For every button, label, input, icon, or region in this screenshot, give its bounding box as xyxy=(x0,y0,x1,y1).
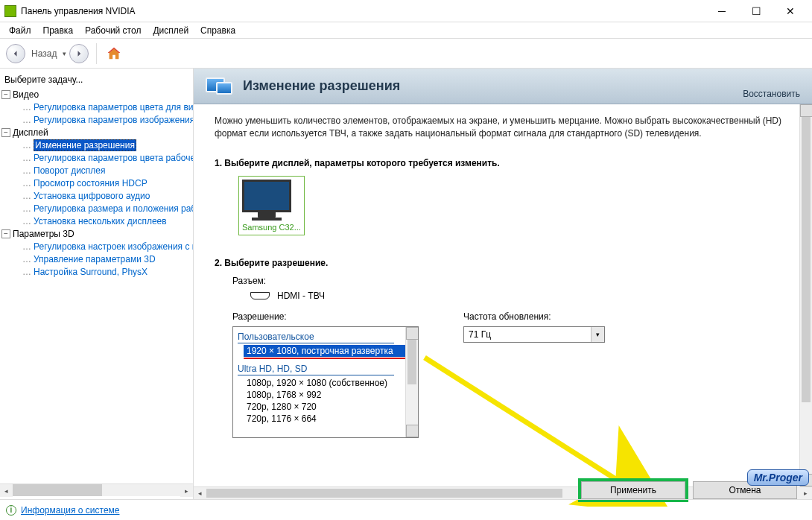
statusbar: i Информация о системе xyxy=(0,499,812,520)
resolution-listbox[interactable]: Пользовательское 1920 × 1080, построчная… xyxy=(232,326,419,438)
annotation-underline xyxy=(244,358,413,359)
apply-button[interactable]: Применить xyxy=(581,481,685,499)
resolution-item-selected[interactable]: 1920 × 1080, построчная развертка xyxy=(244,345,413,357)
expand-icon[interactable]: − xyxy=(1,229,10,238)
maximize-button[interactable]: ☐ xyxy=(739,0,773,22)
monitors-icon xyxy=(206,74,235,98)
resolution-item[interactable]: 720p, 1176 × 664 xyxy=(233,413,418,425)
content-pane: Изменение разрешения Восстановить Можно … xyxy=(194,69,812,499)
refresh-combobox[interactable]: 71 Гц ▾ xyxy=(463,326,605,343)
scroll-thumb[interactable] xyxy=(13,484,102,496)
resolution-label: Разрешение: xyxy=(232,311,419,322)
connector-label: Разъем: xyxy=(232,276,791,286)
task-tree: −Видео …Регулировка параметров цвета для… xyxy=(0,88,193,483)
scroll-thumb[interactable] xyxy=(802,117,811,402)
scroll-thumb[interactable] xyxy=(206,489,562,498)
back-button[interactable] xyxy=(6,44,25,63)
display-name: Samsung C32... xyxy=(242,223,301,232)
menubar: Файл Правка Рабочий стол Дисплей Справка xyxy=(0,22,812,39)
tree-group-display[interactable]: Дисплей xyxy=(13,127,48,138)
scroll-right-icon[interactable]: ▸ xyxy=(180,484,193,497)
nav-toolbar: Назад ▾ xyxy=(0,39,812,69)
nvidia-icon xyxy=(4,5,16,17)
resolution-item[interactable]: 1080p, 1768 × 992 xyxy=(233,389,418,401)
separator xyxy=(96,43,97,64)
refresh-value: 71 Гц xyxy=(469,329,491,340)
sidebar-header: Выберите задачу... xyxy=(0,72,193,88)
tree-item[interactable]: Регулировка параметров изображения д xyxy=(34,115,193,125)
tree-item[interactable]: Управление параметрами 3D xyxy=(34,254,156,264)
arrow-right-icon xyxy=(74,49,83,58)
sidebar-hscroll[interactable]: ◂ ▸ xyxy=(0,483,193,496)
minimize-button[interactable]: ─ xyxy=(705,0,739,22)
scroll-up-icon[interactable]: ▲ xyxy=(800,104,812,117)
menu-display[interactable]: Дисплей xyxy=(147,24,194,37)
expand-icon[interactable]: − xyxy=(1,128,10,137)
tree-item[interactable]: Установка цифрового аудио xyxy=(34,191,150,201)
home-icon xyxy=(106,45,122,62)
window-title: Панель управления NVIDIA xyxy=(21,6,705,16)
resolution-group-hd: Ultra HD, HD, SD xyxy=(233,362,418,377)
back-label: Назад xyxy=(31,48,57,59)
content-vscroll[interactable]: ▲ ▼ xyxy=(799,104,812,486)
scroll-right-icon[interactable]: ▸ xyxy=(799,487,812,499)
hdmi-icon xyxy=(250,292,270,299)
home-button[interactable] xyxy=(104,44,124,63)
resolution-item[interactable]: 1080p, 1920 × 1080 (собственное) xyxy=(233,377,418,389)
step2-label: 2. Выберите разрешение. xyxy=(215,258,791,268)
arrow-left-icon xyxy=(11,49,20,58)
scroll-up-icon[interactable]: ▲ xyxy=(406,327,419,340)
scroll-thumb[interactable] xyxy=(407,340,416,384)
menu-help[interactable]: Справка xyxy=(194,24,241,37)
tree-item[interactable]: Регулировка настроек изображения с пр xyxy=(34,241,193,252)
page-header: Изменение разрешения Восстановить xyxy=(194,69,812,104)
tree-item[interactable]: Регулировка параметров цвета для вид xyxy=(34,102,193,112)
info-icon: i xyxy=(6,505,16,516)
sidebar: Выберите задачу... −Видео …Регулировка п… xyxy=(0,69,194,499)
watermark: Mr.Proger xyxy=(747,469,809,486)
tree-group-3d[interactable]: Параметры 3D xyxy=(13,229,74,239)
forward-button[interactable] xyxy=(69,44,89,63)
tree-item[interactable]: Установка нескольких дисплеев xyxy=(34,216,167,226)
dropdown-icon[interactable]: ▾ xyxy=(63,50,66,57)
tree-item[interactable]: Регулировка размера и положения рабо xyxy=(34,203,193,214)
restore-link[interactable]: Восстановить xyxy=(743,89,800,99)
tree-item[interactable]: Поворот дисплея xyxy=(34,165,106,176)
intro-text: Можно уменьшить количество элементов, от… xyxy=(215,115,791,140)
refresh-label: Частота обновления: xyxy=(463,311,605,322)
display-thumbnail[interactable]: Samsung C32... xyxy=(238,176,305,235)
scroll-left-icon[interactable]: ◂ xyxy=(194,487,206,499)
resolution-item[interactable]: 720p, 1280 × 720 xyxy=(233,401,418,413)
monitor-icon xyxy=(242,180,291,212)
titlebar: Панель управления NVIDIA ─ ☐ ✕ xyxy=(0,0,812,22)
connector-value: HDMI - ТВЧ xyxy=(277,291,325,301)
listbox-vscroll[interactable]: ▲ ▼ xyxy=(405,327,418,437)
step1-label: 1. Выберите дисплей, параметры которого … xyxy=(215,158,791,168)
menu-edit[interactable]: Правка xyxy=(37,24,80,37)
scroll-left-icon[interactable]: ◂ xyxy=(0,484,13,497)
tree-item-change-resolution[interactable]: Изменение разрешения xyxy=(34,139,136,151)
menu-file[interactable]: Файл xyxy=(3,24,37,37)
chevron-down-icon[interactable]: ▾ xyxy=(591,327,604,342)
tree-group-video[interactable]: Видео xyxy=(13,89,39,100)
tree-item[interactable]: Регулировка параметров цвета рабочег xyxy=(34,153,193,163)
tree-item[interactable]: Настройка Surround, PhysX xyxy=(34,267,148,277)
tree-item[interactable]: Просмотр состояния HDCP xyxy=(34,178,148,188)
menu-desktop[interactable]: Рабочий стол xyxy=(79,24,147,37)
expand-icon[interactable]: − xyxy=(1,90,10,99)
resolution-group-custom: Пользовательское xyxy=(233,330,418,345)
system-info-link[interactable]: Информация о системе xyxy=(21,505,119,516)
page-title: Изменение разрешения xyxy=(243,78,800,94)
close-button[interactable]: ✕ xyxy=(773,0,808,22)
scroll-down-icon[interactable]: ▼ xyxy=(406,425,419,437)
